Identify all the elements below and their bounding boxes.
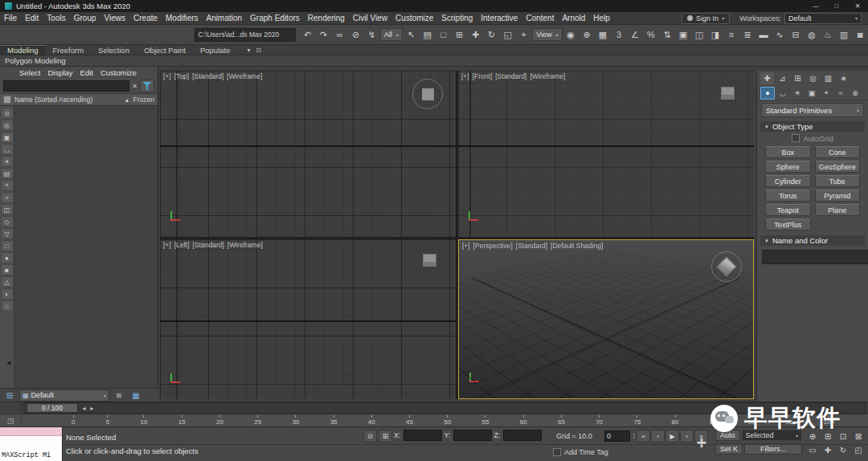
viewport-perspective[interactable]: [+][Perspective][Standard][Default Shadi… <box>458 239 754 399</box>
toggle-ribbon-icon[interactable]: ▬ <box>756 27 772 43</box>
tube-button[interactable]: Tube <box>815 175 861 187</box>
selection-lock-icon[interactable]: ⊘ <box>363 430 377 443</box>
panel-collapse-icon[interactable]: ◀ <box>6 360 10 366</box>
frozen-column-header[interactable]: Frozen <box>133 96 154 104</box>
go-to-start-button[interactable]: « <box>637 430 650 443</box>
material-editor-icon[interactable]: ◍ <box>805 27 820 43</box>
explorer-menu-select[interactable]: Select <box>16 68 43 77</box>
helpers-category-icon[interactable]: ⌖ <box>820 88 833 99</box>
render-setup-icon[interactable]: ♨ <box>821 27 836 43</box>
object-name-field[interactable] <box>762 250 868 264</box>
tab-modeling[interactable]: Modeling <box>0 45 46 55</box>
lights-category-icon[interactable]: ☀ <box>791 88 804 99</box>
viewcube[interactable] <box>721 87 735 100</box>
ribbon-config-dropdown-icon[interactable]: ▾ <box>247 47 250 54</box>
maxscript-mini-listener[interactable]: MAXScript Mi <box>0 427 63 461</box>
set-keys-button[interactable]: + <box>691 430 712 456</box>
previous-frame-button[interactable]: ‹ <box>651 430 665 443</box>
edit-named-selection-sets-icon[interactable]: ▣ <box>676 27 691 43</box>
mirror-icon[interactable]: ◫ <box>692 27 707 43</box>
explorer-search-input[interactable] <box>3 80 129 92</box>
hierarchy-tab[interactable]: ⊞ <box>791 72 805 84</box>
cylinder-button[interactable]: Cylinder <box>765 175 811 187</box>
curve-editor-icon[interactable]: ∿ <box>772 27 788 43</box>
selection-filter-dropdown[interactable]: All <box>380 27 403 43</box>
viewport-label-part[interactable]: [Front] <box>473 72 493 80</box>
viewport-top[interactable]: [+][Top][Standard][Wireframe] <box>160 71 456 237</box>
sync-selection-icon[interactable]: ◐ <box>1 288 14 300</box>
orbit-icon[interactable]: ↻ <box>836 443 850 456</box>
close-icon[interactable]: ✕ <box>847 0 868 12</box>
explorer-column-header[interactable]: Name (Sorted Ascending) ▲ Frozen <box>0 93 158 106</box>
isolate-selection-icon[interactable]: ≋ <box>112 390 126 401</box>
name-column-header[interactable]: Name (Sorted Ascending) <box>14 96 92 104</box>
select-object-icon[interactable]: ↖ <box>403 27 419 43</box>
redo-icon[interactable]: ↷ <box>316 27 331 43</box>
absolute-mode-icon[interactable]: ⊞ <box>379 430 392 443</box>
select-by-name-icon[interactable]: ▤ <box>420 27 435 43</box>
macro-recorder-pane[interactable] <box>0 427 62 436</box>
explorer-menu-customize[interactable]: Customize <box>97 68 140 77</box>
previous-frame-arrow-icon[interactable]: ◄ <box>81 406 87 411</box>
select-and-link-icon[interactable]: ∞ <box>332 27 347 43</box>
use-pivot-point-center-icon[interactable]: ◉ <box>563 27 579 43</box>
frame-spinner[interactable]: ▲▼ <box>633 433 636 439</box>
viewport-label-part[interactable]: [+] <box>461 72 469 80</box>
primitives-dropdown[interactable]: Standard Primitives ▾ <box>761 103 864 117</box>
motion-tab[interactable]: ◎ <box>806 72 820 84</box>
mini-curve-editor-icon[interactable]: ◳ <box>0 414 22 426</box>
select-and-rotate-icon[interactable]: ↻ <box>484 27 499 43</box>
zoom-extents-all-icon[interactable]: ⊠ <box>851 430 866 443</box>
tab-populate[interactable]: Populate <box>193 45 238 55</box>
display-spacewarps-icon[interactable]: ≈ <box>1 192 14 203</box>
menu-item[interactable]: Rendering <box>304 14 349 22</box>
set-key-button[interactable]: Set K <box>715 443 743 455</box>
menu-item[interactable]: Group <box>70 14 100 22</box>
toggle-layer-explorer-icon[interactable]: ≣ <box>740 27 755 43</box>
menu-item[interactable]: Help <box>589 14 614 22</box>
textplus-button[interactable]: TextPlus <box>765 218 811 230</box>
viewport-label-part[interactable]: [Default Shading] <box>551 242 603 250</box>
menu-item[interactable]: Scripting <box>437 14 477 22</box>
cone-button[interactable]: Cone <box>815 146 861 158</box>
geosphere-button[interactable]: GeoSphere <box>815 161 861 173</box>
next-frame-arrow-icon[interactable]: ► <box>89 406 95 411</box>
menu-item[interactable]: Edit <box>21 14 43 22</box>
select-and-move-icon[interactable]: ✚ <box>468 27 483 43</box>
render-production-icon[interactable]: ◙ <box>853 27 868 43</box>
select-and-scale-icon[interactable]: ◱ <box>500 27 515 43</box>
viewport-label-part[interactable]: [Wireframe] <box>530 72 565 80</box>
box-button[interactable]: Box <box>765 146 811 158</box>
display-geometry-icon[interactable]: ▣ <box>1 132 14 143</box>
explorer-object-list[interactable] <box>14 106 158 388</box>
workspaces-dropdown[interactable]: Default ▾ <box>784 13 862 24</box>
maximize-icon[interactable]: □ <box>826 0 847 12</box>
menu-item[interactable]: Customize <box>391 14 437 22</box>
display-bones-icon[interactable]: ▽ <box>1 228 14 239</box>
play-button[interactable]: ▶ <box>665 430 679 443</box>
menu-item[interactable]: Arnold <box>558 14 589 22</box>
display-containers-icon[interactable]: □ <box>1 240 14 251</box>
space-warps-category-icon[interactable]: ≈ <box>834 88 847 99</box>
minimize-icon[interactable]: — <box>805 0 826 12</box>
viewport-label-part[interactable]: [Left] <box>174 241 190 249</box>
display-none-icon[interactable]: ◎ <box>1 120 14 131</box>
menu-item[interactable]: Graph Editors <box>246 14 304 22</box>
viewport-left[interactable]: [+][Left][Standard][Wireframe] <box>160 239 456 399</box>
sphere-button[interactable]: Sphere <box>765 161 811 173</box>
viewport-label-part[interactable]: [+] <box>462 242 470 250</box>
tab-selection[interactable]: Selection <box>91 45 137 55</box>
x-coordinate-field[interactable] <box>403 430 442 441</box>
align-icon[interactable]: ◨ <box>708 27 723 43</box>
window-crossing-icon[interactable]: ⊞ <box>452 27 467 43</box>
explorer-menu-display[interactable]: Display <box>44 68 76 77</box>
geometry-category-icon[interactable]: ● <box>760 87 775 100</box>
angle-snap-icon[interactable]: ∠ <box>628 27 643 43</box>
select-and-manipulate-icon[interactable]: ⊕ <box>579 27 595 43</box>
plane-button[interactable]: Plane <box>815 204 861 216</box>
create-tab[interactable]: ✚ <box>760 72 774 84</box>
menu-item[interactable]: Content <box>522 14 558 22</box>
sign-in-button[interactable]: Sign In ▾ <box>682 13 730 24</box>
pick-mode-icon[interactable]: ⌂ <box>1 300 14 312</box>
viewport-front[interactable]: [+][Front][Standard][Wireframe] <box>458 71 754 237</box>
